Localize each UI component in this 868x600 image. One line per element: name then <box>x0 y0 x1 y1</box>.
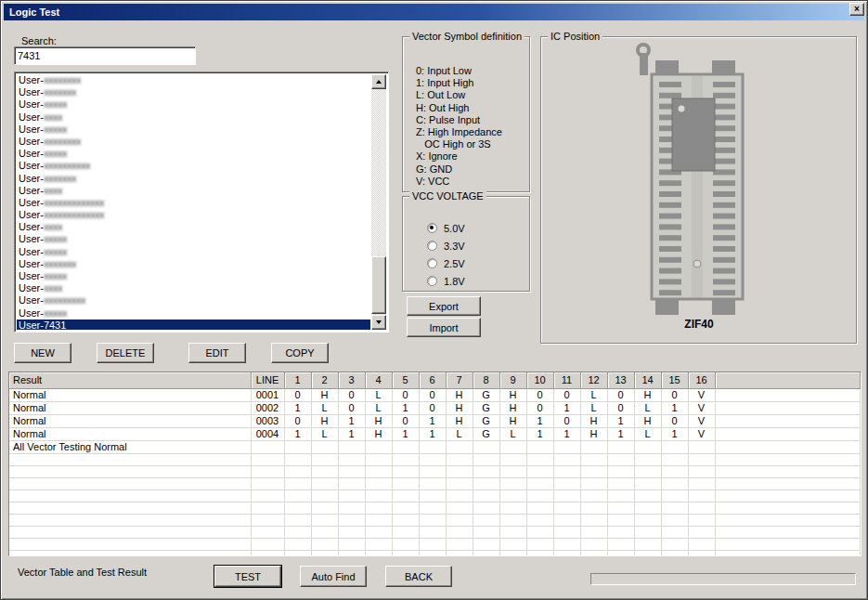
new-button[interactable]: NEW <box>14 343 71 363</box>
list-item[interactable]: User-xxxxx <box>17 124 370 136</box>
vector-row[interactable]: Normal00030H1H01HGH10H1H0V <box>9 414 861 427</box>
copy-button[interactable]: COPY <box>271 343 329 363</box>
tail-cell <box>715 526 861 538</box>
pin-cell: 1 <box>526 414 553 427</box>
list-item[interactable]: User-xxxxxxx <box>17 258 370 270</box>
pin-cell <box>446 550 473 556</box>
vcc-option-2.5V[interactable]: 2.5V <box>427 254 465 272</box>
export-button[interactable]: Export <box>407 296 481 316</box>
pin-cell <box>607 538 634 550</box>
list-item[interactable]: User-xxxx <box>17 185 370 197</box>
pin-cell <box>419 453 446 465</box>
scroll-down-button[interactable] <box>371 315 386 330</box>
pin-cell <box>661 550 688 556</box>
vcc-option-3.3V[interactable]: 3.3V <box>427 237 465 254</box>
pin-cell: 0 <box>526 388 553 401</box>
list-item-masked: xxxx <box>44 185 62 196</box>
close-button[interactable]: × <box>849 3 864 16</box>
auto-find-button[interactable]: Auto Find <box>300 566 367 587</box>
scrollbar-thumb[interactable] <box>371 256 386 314</box>
vector-symbol-title: Vector Symbol definition <box>409 31 525 42</box>
listbox-scrollbar[interactable] <box>371 74 386 330</box>
pin-cell: 1 <box>419 414 446 427</box>
pin-cell <box>634 489 661 502</box>
import-button[interactable]: Import <box>407 318 481 337</box>
list-item[interactable]: User-xxxxxxxx <box>17 74 370 86</box>
list-item[interactable]: User-xxxxx <box>17 148 370 160</box>
pin-cell <box>607 440 634 453</box>
list-item[interactable]: User-xxxxxxx <box>17 86 370 98</box>
vcc-option-5.0V[interactable]: 5.0V <box>427 219 465 237</box>
list-item[interactable]: User-xxxxxxxxxxxxx <box>17 209 370 221</box>
pin-cell: 0 <box>607 388 634 401</box>
list-item[interactable]: User-xxxxxxxx <box>17 136 370 148</box>
vector-row[interactable]: Normal00041L1H11LGL11H1L1V <box>9 427 861 440</box>
scroll-up-button[interactable] <box>371 74 386 89</box>
list-item-selected[interactable]: User-7431 <box>17 320 370 330</box>
pin-cell <box>499 453 526 465</box>
pin-cell <box>446 502 473 514</box>
search-input[interactable] <box>14 46 196 65</box>
pin1-marker <box>679 106 685 112</box>
list-item[interactable]: User-xxxxx <box>17 307 370 320</box>
vector-symbol-line: V: VCC <box>416 176 502 188</box>
pin-cell: 1 <box>526 427 553 440</box>
pin-cell: H <box>311 388 338 401</box>
pin-cell <box>499 514 526 526</box>
list-item[interactable]: User-xxxxxxxxx <box>17 294 370 307</box>
list-item[interactable]: User-xxxxx <box>17 270 370 282</box>
pin-cell <box>392 526 419 538</box>
list-item[interactable]: User-xxxx <box>17 111 370 124</box>
pin-cell <box>580 453 607 465</box>
empty-row <box>9 477 861 489</box>
pin-cell <box>392 489 419 502</box>
list-item[interactable]: User-xxxx <box>17 221 370 233</box>
list-item[interactable]: User-xxxxx <box>17 98 370 111</box>
list-item-prefix: User- <box>19 246 44 257</box>
title-bar[interactable]: Logic Test <box>4 4 864 20</box>
tail-cell <box>715 550 861 556</box>
list-item[interactable]: User-xxxxxxxxxxxxx <box>17 197 370 209</box>
pin-cell <box>688 502 715 514</box>
pin-cell <box>634 477 661 489</box>
pin-cell <box>499 538 526 550</box>
pin-cell <box>661 526 688 538</box>
empty-row <box>9 514 861 526</box>
pin-cell <box>634 465 661 477</box>
summary-row: All Vector Testing Normal <box>9 440 861 453</box>
test-button[interactable]: TEST <box>214 566 281 587</box>
pin-cell <box>365 526 392 538</box>
vector-table: ResultLINE12345678910111213141516Normal0… <box>9 372 861 556</box>
vcc-option-1.8V[interactable]: 1.8V <box>427 272 465 290</box>
delete-button[interactable]: DELETE <box>97 343 154 363</box>
pin-cell <box>607 550 634 556</box>
list-item[interactable]: User-xxxxx <box>17 246 370 258</box>
pin-cell: 0 <box>661 388 688 401</box>
vector-row[interactable]: Normal00021L0L10HGH01L0L1V <box>9 401 861 414</box>
list-item[interactable]: User-xxxxx <box>17 233 370 245</box>
vector-row[interactable]: Normal00010H0L00HGH00L0H0V <box>9 388 861 401</box>
pin-cell <box>284 440 311 453</box>
edit-button[interactable]: EDIT <box>188 343 246 363</box>
pin-cell <box>311 453 338 465</box>
pin-cell: 1 <box>284 427 311 440</box>
back-button[interactable]: BACK <box>385 566 452 587</box>
pin-cell: L <box>311 401 338 414</box>
pin-cell: 0 <box>338 401 365 414</box>
pin-cell <box>338 514 365 526</box>
list-item[interactable]: User-xxxxxxxxxx <box>17 160 370 172</box>
list-item[interactable]: User-xxxx <box>17 282 370 294</box>
line-cell <box>251 453 284 465</box>
vector-table-container[interactable]: ResultLINE12345678910111213141516Normal0… <box>8 372 862 556</box>
pin-cell <box>580 477 607 489</box>
pin-cell <box>499 465 526 477</box>
arrow-down-icon <box>376 320 382 324</box>
pin-cell: 1 <box>338 414 365 427</box>
pin-cell <box>661 538 688 550</box>
pin-cell: 1 <box>607 427 634 440</box>
pin-cell <box>526 453 553 465</box>
list-item[interactable]: User-xxxxxxx <box>17 173 370 185</box>
result-cell <box>9 514 251 526</box>
device-listbox[interactable]: User-xxxxxxxxUser-xxxxxxxUser-xxxxxUser-… <box>14 72 389 333</box>
pin-cell: 0 <box>607 401 634 414</box>
